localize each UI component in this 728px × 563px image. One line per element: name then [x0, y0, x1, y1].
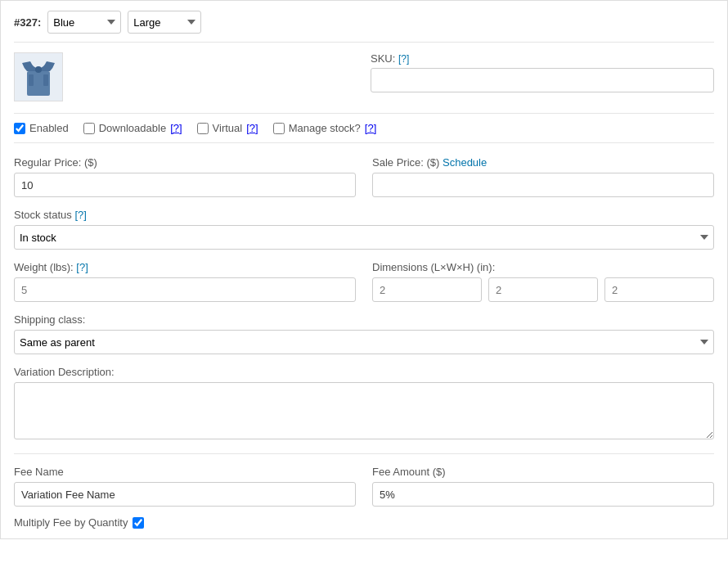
virtual-label: Virtual: [213, 122, 243, 134]
height-input[interactable]: [604, 277, 714, 302]
fee-amount-input[interactable]: [372, 482, 714, 507]
schedule-link[interactable]: Schedule: [443, 156, 487, 169]
manage-stock-label: Manage stock?: [289, 122, 361, 134]
width-input[interactable]: [488, 277, 598, 302]
regular-price-input[interactable]: [14, 173, 356, 197]
fee-name-input[interactable]: [14, 482, 356, 507]
virtual-checkbox-label[interactable]: Virtual [?]: [197, 122, 258, 134]
fee-name-label: Fee Name: [14, 466, 356, 478]
virtual-checkbox[interactable]: [197, 123, 209, 134]
size-select[interactable]: Large Small Medium XL: [128, 11, 201, 34]
virtual-help-link[interactable]: [?]: [246, 122, 258, 134]
regular-price-label: Regular Price: ($): [14, 156, 356, 169]
manage-stock-help-link[interactable]: [?]: [365, 122, 376, 134]
downloadable-help-link[interactable]: [?]: [170, 122, 182, 134]
shipping-class-select[interactable]: Same as parent No shipping class Standar…: [14, 330, 714, 354]
sku-input[interactable]: [371, 68, 714, 92]
weight-help-link[interactable]: [?]: [76, 261, 88, 273]
sale-price-input[interactable]: [372, 173, 714, 197]
stock-status-help-link[interactable]: [?]: [74, 209, 86, 221]
enabled-checkbox-label[interactable]: Enabled: [14, 122, 69, 134]
multiply-fee-label[interactable]: Multiply Fee by Quantity: [14, 516, 144, 529]
length-input[interactable]: [372, 277, 482, 302]
multiply-fee-checkbox[interactable]: [133, 517, 144, 529]
manage-stock-checkbox-label[interactable]: Manage stock? [?]: [273, 122, 377, 134]
svg-rect-1: [35, 66, 42, 73]
svg-rect-3: [43, 74, 48, 86]
enabled-label: Enabled: [29, 122, 69, 134]
fee-amount-label: Fee Amount ($): [372, 466, 714, 478]
stock-status-label: Stock status [?]: [14, 209, 714, 221]
variation-description-textarea[interactable]: [14, 382, 714, 439]
sku-help-link[interactable]: [?]: [398, 53, 409, 65]
shipping-class-label: Shipping class:: [14, 313, 714, 326]
color-select[interactable]: Blue Red Green Black: [47, 11, 121, 34]
sku-label: SKU: [?]: [371, 52, 714, 65]
sale-price-label: Sale Price: ($) Schedule: [372, 156, 714, 169]
svg-rect-2: [29, 74, 34, 86]
manage-stock-checkbox[interactable]: [273, 123, 285, 134]
downloadable-label: Downloadable: [99, 122, 166, 134]
dimensions-label: Dimensions (L×W×H) (in):: [372, 261, 714, 273]
section-divider: [14, 453, 714, 454]
variation-id: #327:: [14, 16, 41, 29]
product-image-svg: [20, 56, 56, 97]
downloadable-checkbox[interactable]: [83, 123, 95, 134]
weight-label: Weight (lbs): [?]: [14, 261, 356, 273]
weight-input[interactable]: [14, 277, 356, 302]
downloadable-checkbox-label[interactable]: Downloadable [?]: [83, 122, 182, 134]
enabled-checkbox[interactable]: [14, 123, 25, 134]
multiply-fee-text: Multiply Fee by Quantity: [14, 516, 128, 529]
variation-description-label: Variation Description:: [14, 366, 714, 378]
product-image: [14, 52, 63, 101]
stock-status-select[interactable]: In stock Out of stock On backorder: [14, 225, 714, 250]
